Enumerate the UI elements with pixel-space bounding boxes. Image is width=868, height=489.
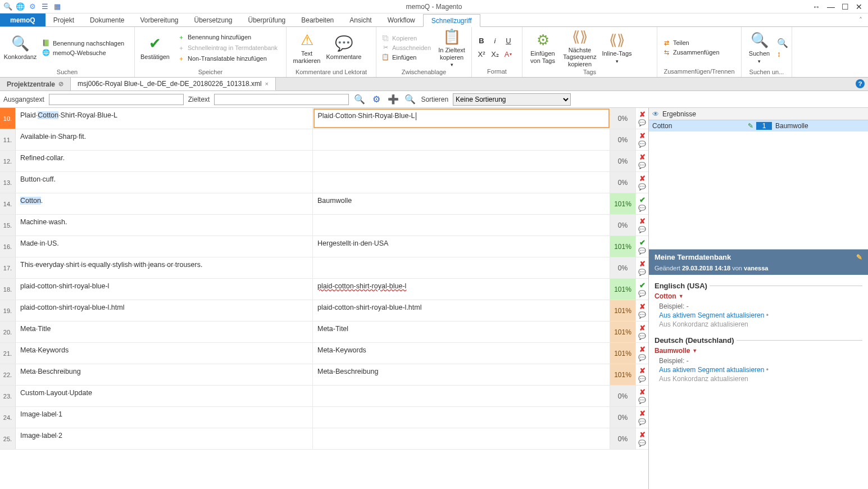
segment-row[interactable]: 20.Meta·TitleMeta-Titel101%✘💬 [0,322,648,343]
target-cell[interactable] [313,386,610,406]
edit-term-icon[interactable]: ✎ [856,253,862,261]
source-cell[interactable]: plaid-cotton-shirt-royal-blue-l [16,279,313,300]
target-cell[interactable] [313,257,610,278]
menu-tab-schnellzugriff[interactable]: Schnellzugriff [423,14,480,27]
filter-settings-icon[interactable]: ⚙ [370,93,383,106]
globe-icon[interactable]: 🌐 [16,2,25,11]
bestaetigen-button[interactable]: ✔ Bestätigen [138,28,172,67]
update-from-segment-link[interactable]: Aus aktivem Segment aktualisieren [659,311,764,319]
benennung-nachschlagen-button[interactable]: 📗Benennung nachschlagen [40,39,125,47]
einfuegen-tags-button[interactable]: ⚙Einfügen von Tags [526,28,560,67]
comment-bubble-icon[interactable]: 💬 [638,440,646,447]
segment-row[interactable]: 13.Button·cuff.0%✘💬 [0,172,648,193]
segment-row[interactable]: 11.Available·in·Sharp·fit.0%✘💬 [0,129,648,151]
app-menu-button[interactable]: memoQ [0,13,46,26]
italic-button[interactable]: i [489,35,501,47]
comment-bubble-icon[interactable]: 💬 [638,354,646,361]
ausschneiden-button[interactable]: ✂Ausschneiden [380,43,432,52]
case-button[interactable]: A▾ [502,48,515,61]
comment-bubble-icon[interactable]: 💬 [638,290,646,297]
close-tab-icon[interactable]: × [265,80,269,87]
menu-tab-überprüfung[interactable]: Überprüfung [240,13,294,26]
source-cell[interactable]: Image·label·1 [16,407,313,428]
result-row[interactable]: Cotton ✎ 1 Baumwolle [649,120,868,132]
comment-bubble-icon[interactable]: 💬 [638,397,646,404]
target-cell[interactable] [313,129,610,150]
source-cell[interactable]: Custom·Layout·Update [16,386,313,406]
source-cell[interactable]: Meta·Keywords [16,343,313,364]
segment-row[interactable]: 24.Image·label·10%✘💬 [0,407,648,428]
subscript-button[interactable]: X₂ [489,48,501,61]
naechste-tagseq-button[interactable]: ⟪⟫Nächste Tagsequenz kopieren [563,28,597,67]
source-cell[interactable]: This·everyday·shirt·is·equally·stylish·w… [16,257,313,278]
zusammen-button[interactable]: ⇆Zusammenfügen [661,48,721,57]
comment-bubble-icon[interactable]: 💬 [638,183,646,191]
comment-bubble-icon[interactable]: 💬 [638,418,646,425]
einfuegen-button[interactable]: 📋Einfügen [380,53,432,61]
maximize-icon[interactable]: ☐ [842,2,849,11]
nontrans-button[interactable]: ＋Non-Translatable hinzufügen [175,54,279,64]
target-cell[interactable]: plaid-cotton-shirt-royal-blue-l [313,279,610,300]
menu-tab-dokumente[interactable]: Dokumente [82,13,132,26]
segment-row[interactable]: 14.Cotton.Baumwolle101%✔💬 [0,193,648,215]
filter-add-icon[interactable]: ➕ [387,93,399,106]
grid-icon[interactable]: ▦ [53,2,62,11]
comment-bubble-icon[interactable]: 💬 [638,226,646,233]
segment-row[interactable]: 23.Custom·Layout·Update0%✘💬 [0,386,648,407]
comment-bubble-icon[interactable]: 💬 [638,141,646,148]
target-cell[interactable]: plaid-cotton-shirt-royal-blue-l.html [313,300,610,321]
comment-bubble-icon[interactable]: 💬 [638,269,646,276]
source-filter-input[interactable] [49,94,184,105]
source-cell[interactable]: Meta·Title [16,322,313,342]
comment-bubble-icon[interactable]: 💬 [638,311,646,319]
source-cell[interactable]: Meta·Beschreibung [16,364,313,385]
segment-row[interactable]: 21.Meta·KeywordsMeta-Keywords101%✘💬 [0,343,648,364]
segment-row[interactable]: 16.Made·in·US.Hergestellt·in·den·USA101%… [0,236,648,257]
source-cell[interactable]: Machine·wash. [16,215,313,236]
benennung-hinzu-button[interactable]: ＋Benennung hinzufügen [175,33,279,42]
underline-button[interactable]: U [502,35,515,47]
menu-tab-übersetzung[interactable]: Übersetzung [186,13,240,26]
schnelleintrag-button[interactable]: ＋Schnelleintrag in Termdatenbank [175,43,279,53]
target-cell[interactable] [313,151,610,171]
comment-bubble-icon[interactable]: 💬 [638,205,646,212]
target-cell[interactable] [313,172,610,193]
suchen-button[interactable]: 🔍Suchen▾ [745,28,774,67]
comment-bubble-icon[interactable]: 💬 [638,333,646,340]
menu-tab-workflow[interactable]: Workflow [380,13,423,26]
filter-clear-icon[interactable]: 🔍 [404,93,416,106]
segment-row[interactable]: 25.Image·label·20%✘💬 [0,428,648,450]
tab-projektzentrale[interactable]: Projektzentrale⊘ [0,78,71,90]
comment-bubble-icon[interactable]: 💬 [638,247,646,255]
tab-file[interactable]: msj006c-Royal Blue-L_de-DE_de-DE_2018022… [71,78,276,90]
konkordanz-button[interactable]: 🔍 Konkordanz [3,28,37,67]
source-cell[interactable]: Cotton. [16,193,313,214]
source-cell[interactable]: Available·in·Sharp·fit. [16,129,313,150]
minimize-icon[interactable]: — [827,2,835,11]
menu-tab-projekt[interactable]: Projekt [46,13,82,26]
segment-row[interactable]: 12.Refined·collar.0%✘💬 [0,151,648,172]
source-cell[interactable]: Image·label·2 [16,428,313,449]
term-word-de[interactable]: Baumwolle▼ [655,347,862,355]
source-cell[interactable]: plaid-cotton-shirt-royal-blue-l.html [16,300,313,321]
source-cell[interactable]: Made·in·US. [16,236,313,257]
superscript-button[interactable]: X² [475,48,488,61]
pencil-icon[interactable]: ✎ [745,122,756,130]
segment-row[interactable]: 17.This·everyday·shirt·is·equally·stylis… [0,257,648,279]
source-cell[interactable]: Plaid·Cotton·Shirt-Royal·Blue-L [16,108,313,129]
menu-tab-bearbeiten[interactable]: Bearbeiten [293,13,342,26]
segment-row[interactable]: 15.Machine·wash.0%✘💬 [0,215,648,236]
target-cell[interactable]: Meta-Titel [313,322,610,342]
target-filter-input[interactable] [214,94,349,105]
term-word-en[interactable]: Cotton▼ [655,292,862,300]
source-cell[interactable]: Button·cuff. [16,172,313,193]
ribbon-collapse-icon[interactable]: ˄ [853,13,868,26]
websuche-button[interactable]: 🌐memoQ-Websuche [40,48,125,57]
target-cell[interactable]: Plaid·Cotton·Shirt-Royal·Blue-L [313,108,610,128]
menu-tab-vorbereitung[interactable]: Vorbereitung [132,13,186,26]
target-cell[interactable] [313,428,610,449]
search-icon[interactable]: 🔍 [3,2,12,11]
gear-icon[interactable]: ⚙ [28,2,37,11]
comment-bubble-icon[interactable]: 💬 [638,119,646,126]
target-cell[interactable] [313,407,610,428]
